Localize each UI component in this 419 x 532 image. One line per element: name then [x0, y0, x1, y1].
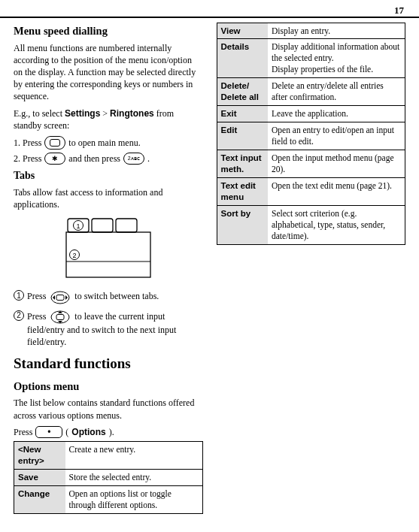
svg-rect-10: [56, 295, 64, 300]
option-desc: Display an entry.: [268, 23, 405, 39]
page-number: 17: [394, 4, 404, 17]
option-desc: Store the selected entry.: [65, 469, 203, 485]
option-name: Text input meth.: [217, 150, 268, 177]
option-desc: Open an options list or toggle through d…: [65, 485, 203, 513]
svg-rect-1: [92, 219, 113, 232]
tabs-diagram-icon: 1 2: [56, 216, 161, 284]
step-2: 2. Press and then press .: [14, 153, 203, 165]
circled-1-icon: 1: [14, 290, 24, 301]
option-name: View: [217, 23, 268, 39]
option-desc: Select sort criterion (e.g. alphabetical…: [268, 205, 405, 244]
svg-text:1: 1: [76, 222, 80, 230]
table-row: Delete/ Delete allDelete an entry/delete…: [217, 78, 405, 106]
option-name: Text edit menu: [217, 177, 268, 205]
options-intro: The list below contains standard functio…: [14, 397, 203, 421]
option-desc: Open the input method menu (page 20).: [268, 150, 405, 177]
heading-standard-functions: Standard functions: [14, 354, 203, 373]
option-desc: Delete an entry/delete all entries after…: [268, 78, 405, 106]
option-name: Change: [14, 485, 65, 513]
nav-lr-icon: [50, 291, 70, 304]
tabs-figure: 1 2: [56, 216, 161, 284]
table-row: Text edit menuOpen the text edit menu (p…: [217, 177, 405, 205]
svg-rect-2: [116, 219, 137, 232]
table-row: Text input meth.Open the input method me…: [217, 150, 405, 177]
tabs-intro: Tabs allow fast access to information an…: [14, 186, 203, 210]
table-row: <New entry>Create a new entry.: [14, 441, 203, 469]
option-desc: Open an entry to edit/open an input fiel…: [268, 122, 405, 150]
nav-ud-icon: [50, 310, 70, 324]
table-row: ExitLeave the application.: [217, 106, 405, 122]
header-rule: [0, 17, 419, 18]
nav-key-icon: [44, 136, 65, 150]
option-desc: Display additional information about the…: [268, 39, 405, 78]
star-key-icon: [44, 153, 65, 165]
option-desc: Open the text edit menu (page 21).: [268, 177, 405, 205]
table-row: Sort bySelect sort criterion (e.g. alpha…: [217, 205, 405, 244]
option-desc: Leave the application.: [268, 106, 405, 122]
option-name: Sort by: [217, 205, 268, 244]
tab-note-2: 2 Press to leave the current input field…: [14, 310, 203, 349]
table-row: ChangeOpen an options list or toggle thr…: [14, 485, 203, 513]
page-content: Menu speed dialling All menu functions a…: [14, 23, 405, 524]
option-desc: Create a new entry.: [65, 441, 203, 469]
press-options-line: Press (Options).: [14, 426, 203, 438]
speed-example: E.g., to select Settings > Ringtones fro…: [14, 107, 203, 131]
svg-rect-12: [56, 314, 64, 319]
step-1: 1. Press to open main menu.: [14, 136, 203, 150]
option-name: Delete/ Delete all: [217, 78, 268, 106]
heading-options-menu: Options menu: [14, 379, 203, 394]
option-name: Edit: [217, 122, 268, 150]
heading-speed-dialling: Menu speed dialling: [14, 24, 203, 39]
svg-text:2: 2: [72, 252, 76, 259]
option-name: Details: [217, 39, 268, 78]
table-row: DetailsDisplay additional information ab…: [217, 39, 405, 78]
table-row: EditOpen an entry to edit/open an input …: [217, 122, 405, 150]
abc-key-icon: [123, 153, 144, 165]
heading-tabs: Tabs: [14, 169, 203, 183]
softkey-dot-icon: [35, 426, 62, 438]
tab-note-1: 1 Press to switch between tabs.: [14, 290, 203, 304]
option-name: <New entry>: [14, 441, 65, 469]
table-row: ViewDisplay an entry.: [217, 23, 405, 39]
option-name: Exit: [217, 106, 268, 122]
speed-intro: All menu functions are numbered internal…: [14, 42, 203, 103]
table-row: SaveStore the selected entry.: [14, 469, 203, 485]
circled-2-icon: 2: [14, 310, 24, 321]
option-name: Save: [14, 469, 65, 485]
